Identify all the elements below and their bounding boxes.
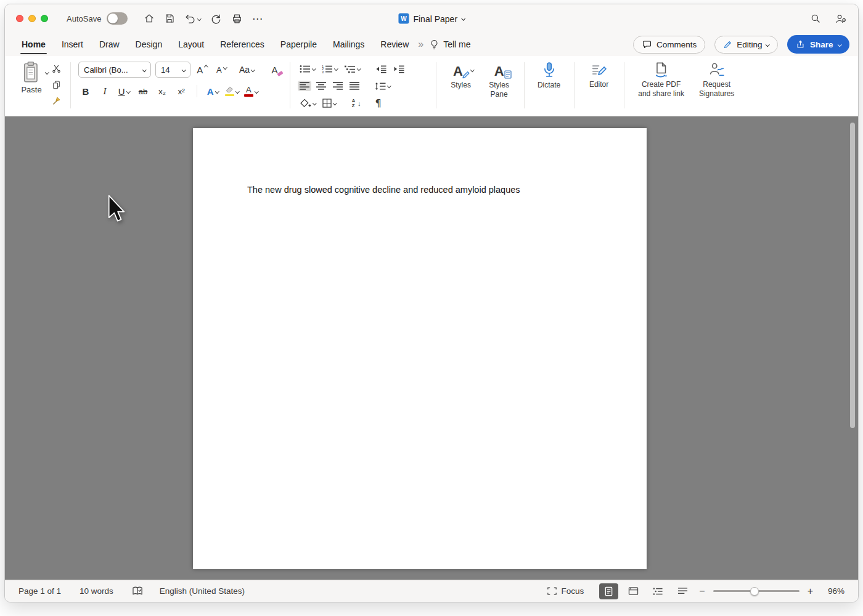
undo-dropdown-chevron-icon[interactable] [197,17,201,20]
change-case-button[interactable]: Aa [239,62,255,77]
tab-draw[interactable]: Draw [91,33,128,56]
account-settings-icon[interactable] [835,13,847,25]
more-commands-icon[interactable]: ⋯ [252,12,263,25]
tab-overflow-icon[interactable]: » [418,39,423,50]
redo-icon[interactable] [210,13,222,25]
request-signatures-button[interactable]: Request Signatures [691,60,743,111]
titlebar-right-actions [810,13,847,25]
styles-button[interactable]: A Styles [444,60,478,111]
outline-view-button[interactable] [648,583,668,599]
close-button[interactable] [16,15,23,22]
tab-insert[interactable]: Insert [54,33,91,56]
paste-button[interactable]: Paste [15,60,48,111]
dictate-button[interactable]: Dictate [532,60,566,111]
numbered-list-button[interactable]: 123 [320,63,340,75]
strikethrough-button[interactable]: ab [136,84,150,99]
svg-text:3: 3 [322,70,324,73]
save-icon[interactable] [164,13,175,24]
tab-layout[interactable]: Layout [170,33,212,56]
superscript-button[interactable]: x² [174,84,189,99]
draft-view-button[interactable] [673,583,692,599]
bold-button[interactable]: B [78,84,93,99]
numbered-list-chevron-icon [334,67,338,70]
zoom-in-button[interactable]: + [806,586,814,597]
tab-mailings[interactable]: Mailings [325,33,372,56]
ribbon: Paste Calibri (Bo... [5,56,858,116]
microphone-icon [542,62,556,78]
autosave-toggle[interactable] [107,12,128,25]
underline-button[interactable]: U [117,84,131,99]
editor-button[interactable]: Editor [582,60,616,111]
paste-chevron-icon[interactable] [45,70,49,74]
line-spacing-button[interactable] [373,81,393,92]
tell-me-button[interactable]: Tell me [430,39,470,50]
font-row-top: Calibri (Bo... 14 A A Aa [78,62,282,78]
align-left-button[interactable] [298,81,311,91]
focus-label: Focus [562,586,584,596]
italic-button[interactable]: I [97,84,112,99]
sort-button[interactable]: A Z ↓ [350,97,363,109]
document-title[interactable]: Final Paper [413,14,457,23]
minimize-button[interactable] [28,15,36,22]
subscript-button[interactable]: x₂ [155,84,170,99]
document-body-text[interactable]: The new drug slowed cognitive decline an… [247,184,610,197]
shrink-font-button[interactable]: A [214,62,229,77]
tab-home[interactable]: Home [14,33,54,56]
comments-button[interactable]: Comments [633,36,705,54]
clear-formatting-button[interactable]: A [268,62,282,77]
share-button[interactable]: Share [787,35,849,54]
vertical-scrollbar-thumb[interactable] [850,123,855,428]
print-layout-view-button[interactable] [599,583,618,599]
font-size-combobox[interactable]: 14 [155,62,190,78]
font-color-button[interactable]: A [243,84,258,99]
focus-button[interactable]: Focus [547,586,584,596]
zoom-slider[interactable] [713,587,800,596]
proofing-status-icon[interactable] [132,586,144,596]
styles-pane-button[interactable]: A Styles Pane [482,60,517,111]
word-count[interactable]: 10 words [80,586,113,596]
cut-scissors-icon[interactable] [49,63,63,74]
justify-button[interactable] [348,81,361,91]
editing-mode-button[interactable]: Editing [714,36,778,54]
format-painter-icon[interactable] [49,95,63,106]
copy-icon[interactable] [49,79,63,90]
highlight-color-button[interactable] [224,84,239,99]
home-icon[interactable] [144,13,155,24]
language-status[interactable]: English (United States) [160,586,245,596]
divider [624,62,624,108]
align-right-button[interactable] [331,81,345,91]
tab-review[interactable]: Review [372,33,417,56]
search-icon[interactable] [810,13,821,24]
zoom-level[interactable]: 96% [820,586,845,596]
bullet-list-button[interactable] [298,63,317,75]
borders-button[interactable] [321,97,338,109]
print-icon[interactable] [231,13,243,25]
font-name-combobox[interactable]: Calibri (Bo... [78,62,151,78]
decrease-indent-button[interactable] [374,63,388,75]
document-title-chevron-icon[interactable] [461,17,465,20]
document-canvas[interactable]: The new drug slowed cognitive decline an… [5,116,858,580]
tab-paperpile[interactable]: Paperpile [272,33,325,56]
zoom-slider-thumb[interactable] [750,587,759,596]
undo-icon[interactable] [184,13,201,25]
text-effects-button[interactable]: A [205,84,220,99]
editor-label: Editor [589,80,608,89]
fullscreen-button[interactable] [41,15,48,22]
multilevel-list-button[interactable] [343,63,362,75]
document-title-group[interactable]: W Final Paper [398,14,464,24]
comments-label: Comments [656,40,697,49]
increase-indent-button[interactable] [391,63,406,75]
shading-button[interactable] [298,97,318,109]
tab-design[interactable]: Design [128,33,171,56]
align-center-button[interactable] [314,81,328,91]
page-count[interactable]: Page 1 of 1 [18,586,61,596]
font-name-value: Calibri (Bo... [84,65,128,75]
show-paragraph-marks-button[interactable]: ¶ [374,96,383,110]
create-pdf-button[interactable]: Create PDF and share link [632,60,691,111]
web-layout-view-button[interactable] [624,583,643,599]
document-page[interactable]: The new drug slowed cognitive decline an… [193,128,647,569]
focus-icon [547,586,557,596]
tab-references[interactable]: References [212,33,272,56]
zoom-out-button[interactable]: − [698,586,706,597]
grow-font-button[interactable]: A [195,62,210,77]
